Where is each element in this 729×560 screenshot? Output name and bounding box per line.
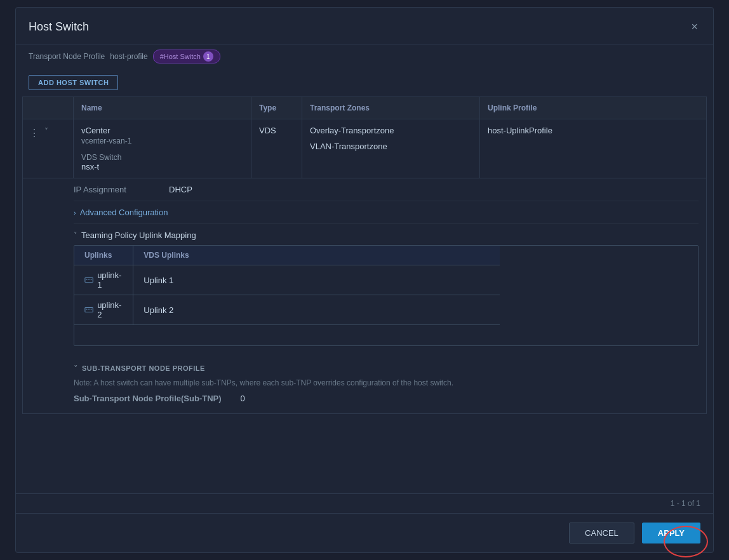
uplink-2-label: uplink-2 xyxy=(97,300,123,319)
breadcrumb: Transport Node Profile host-profile #Hos… xyxy=(16,44,713,69)
teaming-row-2: uplink-2 Uplink 2 xyxy=(74,295,500,325)
pagination-bar: 1 - 1 of 1 xyxy=(16,493,713,513)
sub-tnp-section: ˅ SUB-TRANSPORT NODE PROFILE Note: A hos… xyxy=(74,357,699,413)
advanced-config-toggle[interactable]: › Advanced Configuration xyxy=(74,201,699,224)
close-button[interactable]: × xyxy=(688,18,700,36)
vds-value: nsx-t xyxy=(81,162,243,171)
breadcrumb-prefix: Transport Node Profile xyxy=(29,52,105,61)
modal-footer: CANCEL APPLY xyxy=(16,513,713,552)
col-uplinks: Uplinks xyxy=(74,246,133,265)
col-type: Type xyxy=(251,97,302,119)
teaming-chevron: ˅ xyxy=(74,231,77,239)
ip-assignment-row: IP Assignment DHCP xyxy=(74,178,699,201)
row-uplink-cell: host-UplinkProfile xyxy=(480,119,707,178)
add-host-switch-button[interactable]: ADD HOST SWITCH xyxy=(29,75,118,90)
teaming-empty-row xyxy=(74,325,500,345)
apply-button[interactable]: APPLY xyxy=(642,523,700,543)
row-menu-button[interactable]: ⋮ xyxy=(28,127,41,139)
advanced-config-label: Advanced Configuration xyxy=(80,208,168,217)
row-name-cell: vCenter vcenter-vsan-1 VDS Switch nsx-t xyxy=(74,119,251,178)
table-row: ⋮ ˅ vCenter vcenter-vsan-1 VDS Switch ns… xyxy=(23,119,707,178)
svg-rect-2 xyxy=(88,279,90,280)
host-switch-table: Name Type Transport Zones Uplink Profile… xyxy=(22,97,707,414)
breadcrumb-tag-label: #Host Switch xyxy=(160,53,201,60)
sub-tnp-chevron: ˅ xyxy=(74,364,78,373)
expanded-cell: IP Assignment DHCP › Advanced Configurat… xyxy=(23,178,707,414)
row-type: VDS xyxy=(259,126,294,135)
teaming-table-wrap: Uplinks VDS Uplinks xyxy=(74,245,699,346)
breadcrumb-tag[interactable]: #Host Switch 1 xyxy=(153,50,220,63)
sub-tnp-note: Note: A host switch can have multiple su… xyxy=(74,377,699,389)
row-tz-2: VLAN-Transportzone xyxy=(310,142,472,151)
col-transport-zones: Transport Zones xyxy=(302,97,480,119)
col-controls xyxy=(23,97,74,119)
svg-rect-6 xyxy=(88,309,90,310)
expanded-content: IP Assignment DHCP › Advanced Configurat… xyxy=(23,178,706,413)
sub-tnp-header[interactable]: ˅ SUB-TRANSPORT NODE PROFILE xyxy=(74,364,699,377)
svg-rect-5 xyxy=(86,309,88,310)
uplink-1-cell: uplink-1 xyxy=(74,265,133,295)
sub-tnp-row: Sub-Transport Node Profile(Sub-TNP) 0 xyxy=(74,394,699,403)
svg-rect-3 xyxy=(91,279,92,280)
ip-assignment-label: IP Assignment xyxy=(74,185,150,194)
teaming-header[interactable]: ˅ Teaming Policy Uplink Mapping xyxy=(74,224,699,245)
vds-uplink-1-cell: Uplink 1 xyxy=(133,265,500,295)
ip-assignment-value: DHCP xyxy=(169,185,192,194)
sub-tnp-title: SUB-TRANSPORT NODE PROFILE xyxy=(82,364,205,372)
vds-uplink-2-cell: Uplink 2 xyxy=(133,295,500,325)
uplink-1-icon: uplink-1 xyxy=(84,270,123,290)
toolbar: ADD HOST SWITCH xyxy=(16,69,713,97)
col-vds-uplinks: VDS Uplinks xyxy=(133,246,500,265)
uplink-1-label: uplink-1 xyxy=(97,270,123,290)
teaming-table: Uplinks VDS Uplinks xyxy=(74,246,500,345)
breadcrumb-profile: host-profile xyxy=(110,52,147,61)
apply-button-wrap: APPLY xyxy=(642,523,700,543)
modal-title: Host Switch xyxy=(29,20,89,34)
modal-header: Host Switch × xyxy=(16,8,713,44)
svg-rect-1 xyxy=(86,279,88,280)
row-uplink-profile: host-UplinkProfile xyxy=(488,126,699,135)
col-name: Name xyxy=(74,97,251,119)
teaming-row-1: uplink-1 Uplink 1 xyxy=(74,265,500,295)
host-switch-modal: Host Switch × Transport Node Profile hos… xyxy=(15,7,714,553)
row-controls: ⋮ ˅ xyxy=(23,119,73,147)
row-expand-button[interactable]: ˅ xyxy=(44,127,48,136)
teaming-section: ˅ Teaming Policy Uplink Mapping Uplinks xyxy=(74,224,699,357)
col-uplink-profile: Uplink Profile xyxy=(480,97,707,119)
row-name-sub: vcenter-vsan-1 xyxy=(81,137,243,145)
row-name: vCenter xyxy=(81,126,243,135)
uplink-2-icon: uplink-2 xyxy=(84,300,123,319)
teaming-title: Teaming Policy Uplink Mapping xyxy=(81,230,196,240)
advanced-config-chevron: › xyxy=(74,209,76,217)
pagination-text: 1 - 1 of 1 xyxy=(671,499,700,508)
sub-tnp-value: 0 xyxy=(241,394,245,403)
svg-rect-7 xyxy=(91,309,92,310)
breadcrumb-tag-count: 1 xyxy=(203,51,213,62)
row-tz-1: Overlay-Transportzone xyxy=(310,126,472,135)
uplink-2-cell: uplink-2 xyxy=(74,295,133,325)
expanded-row: IP Assignment DHCP › Advanced Configurat… xyxy=(23,178,707,414)
main-table-wrap: Name Type Transport Zones Uplink Profile… xyxy=(16,97,713,493)
cancel-button[interactable]: CANCEL xyxy=(569,523,634,543)
row-type-cell: VDS xyxy=(251,119,302,178)
sub-tnp-label: Sub-Transport Node Profile(Sub-TNP) xyxy=(74,394,222,403)
row-tz-cell: Overlay-Transportzone VLAN-Transportzone xyxy=(302,119,480,178)
teaming-empty-cell xyxy=(74,325,500,345)
vds-label: VDS Switch xyxy=(81,153,243,162)
